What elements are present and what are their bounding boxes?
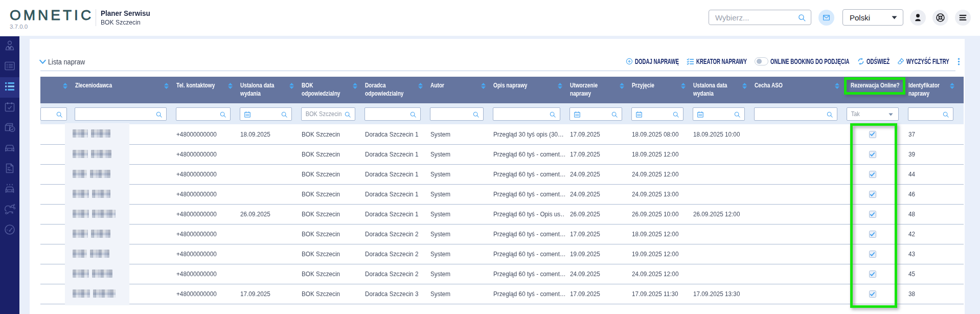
table-row[interactable]: +4800000000017.09.2025BOK SzczecinDoradc… bbox=[40, 284, 964, 304]
column-header-doradca[interactable]: Doradca odpowiedzialny bbox=[360, 77, 425, 103]
toolbar-button-label: DODAJ NAPRAWĘ bbox=[635, 57, 679, 65]
sidebar-item-customers[interactable] bbox=[0, 36, 19, 57]
sidebar-item-repairs-list[interactable] bbox=[0, 77, 19, 98]
table-row[interactable]: +48000000000BOK SzczecinDoradca Szczecin… bbox=[40, 144, 964, 164]
list-title[interactable]: Lista napraw bbox=[39, 57, 92, 66]
filter-input-ident[interactable] bbox=[908, 107, 953, 121]
filter-input-expand[interactable] bbox=[40, 107, 67, 121]
cell-ident: 38 bbox=[903, 284, 964, 304]
mail-button[interactable] bbox=[818, 10, 834, 26]
sidebar-item-calendar[interactable] bbox=[0, 98, 19, 118]
sidebar-item-pickup[interactable] bbox=[0, 118, 19, 139]
sort-icon[interactable] bbox=[228, 83, 233, 89]
filter-input-doradca[interactable] bbox=[364, 107, 421, 121]
table-row[interactable]: +4800000000026.09.2025BOK SzczecinDoradc… bbox=[40, 204, 964, 224]
filter-input-utworzenie[interactable] bbox=[569, 107, 622, 121]
checkbox-checked[interactable] bbox=[869, 211, 876, 218]
sidebar-item-hand-wash[interactable] bbox=[0, 200, 19, 220]
column-header-rezerwacja[interactable]: Rezerwacja Online? bbox=[842, 77, 903, 103]
global-search-input[interactable] bbox=[715, 10, 792, 25]
main-menu-button[interactable] bbox=[955, 10, 971, 26]
column-header-cecha[interactable]: Cecha ASO bbox=[749, 77, 842, 103]
filter-input-opis[interactable] bbox=[493, 107, 560, 121]
column-header-przyjecie[interactable]: Przyjęcie bbox=[627, 77, 688, 103]
cell-ustalona1 bbox=[235, 264, 297, 284]
cell-przyjecie: 24.09.2025 13:00 bbox=[627, 184, 688, 204]
filter-input-autor[interactable] bbox=[430, 107, 484, 121]
table-row[interactable]: +48000000000BOK SzczecinDoradca Szczecin… bbox=[40, 184, 964, 204]
filter-input-tel[interactable] bbox=[176, 107, 231, 121]
calendar-icon[interactable] bbox=[244, 111, 251, 118]
sort-icon[interactable] bbox=[353, 83, 357, 89]
checkbox-checked[interactable] bbox=[869, 231, 876, 238]
filter-input-cecha[interactable] bbox=[754, 107, 837, 121]
search-icon bbox=[409, 111, 417, 118]
user-button[interactable] bbox=[910, 10, 926, 26]
checkbox-checked[interactable] bbox=[869, 251, 876, 258]
column-header-name[interactable]: Zleceniodawca bbox=[70, 77, 171, 103]
sidebar-item-dashboard[interactable] bbox=[0, 220, 19, 241]
filter-input-bok[interactable]: BOK Szczecin bbox=[301, 107, 355, 121]
checkbox-checked[interactable] bbox=[869, 271, 876, 278]
search-icon[interactable] bbox=[797, 13, 806, 22]
clear-filters-button[interactable]: WYCZYŚĆ FILTRY bbox=[897, 57, 949, 65]
sort-icon[interactable] bbox=[742, 83, 747, 89]
sort-icon[interactable] bbox=[558, 83, 562, 89]
filter-select-rezerwacja[interactable]: Tak bbox=[847, 107, 899, 121]
column-header-opis[interactable]: Opis naprawy bbox=[488, 77, 565, 103]
calendar-icon[interactable] bbox=[635, 111, 643, 118]
checkbox-checked[interactable] bbox=[869, 171, 876, 178]
language-select[interactable]: Polski bbox=[842, 9, 903, 26]
cell-ident: 39 bbox=[903, 144, 964, 164]
sort-icon[interactable] bbox=[620, 83, 624, 89]
column-header-bok[interactable]: BOK odpowiedzialny bbox=[297, 77, 360, 103]
add-repair-button[interactable]: DODAJ NAPRAWĘ bbox=[626, 57, 679, 65]
toolbar-button-label: WYCZYŚĆ FILTRY bbox=[906, 57, 949, 65]
table-row[interactable]: +48000000000BOK SzczecinDoradca Szczecin… bbox=[40, 264, 964, 284]
filter-input-name[interactable] bbox=[75, 107, 167, 121]
column-header-tel[interactable]: Tel. kontaktowy bbox=[171, 77, 235, 103]
filter-input-ustalona2[interactable] bbox=[693, 107, 745, 121]
help-button[interactable] bbox=[932, 10, 948, 26]
sort-icon[interactable] bbox=[418, 83, 423, 89]
column-header-autor[interactable]: Autor bbox=[425, 77, 488, 103]
column-header-utworzenie[interactable]: Utworzenie naprawy bbox=[565, 77, 627, 103]
checkbox-checked[interactable] bbox=[869, 151, 876, 158]
cell-ustalona1: 18.09.2025 bbox=[235, 124, 297, 144]
filter-input-przyjecie[interactable] bbox=[631, 107, 683, 121]
sort-icon[interactable] bbox=[950, 83, 954, 89]
checkbox-checked[interactable] bbox=[869, 191, 876, 198]
search-icon bbox=[472, 111, 480, 118]
calendar-icon[interactable] bbox=[697, 111, 704, 118]
repair-wizard-button[interactable]: KREATOR NAPRAWY bbox=[687, 57, 747, 65]
table-row[interactable]: +48000000000BOK SzczecinDoradca Szczecin… bbox=[40, 164, 964, 184]
table-row[interactable]: +48000000000BOK SzczecinDoradca Szczecin… bbox=[40, 224, 964, 244]
sort-icon[interactable] bbox=[164, 83, 169, 89]
checkbox-checked[interactable] bbox=[869, 131, 876, 138]
sort-icon[interactable] bbox=[63, 83, 67, 89]
sort-icon[interactable] bbox=[481, 83, 486, 89]
column-header-ustalona2[interactable]: Ustalona data wydania bbox=[688, 77, 749, 103]
column-header-ustalona1[interactable]: Ustalona data wydania bbox=[235, 77, 297, 103]
sidebar-item-car-wash[interactable] bbox=[0, 180, 19, 200]
calendar-icon[interactable] bbox=[574, 111, 581, 118]
sort-icon[interactable] bbox=[681, 83, 686, 89]
filter-input-ustalona1[interactable] bbox=[240, 107, 292, 121]
more-options-button[interactable] bbox=[957, 58, 961, 65]
sort-icon[interactable] bbox=[835, 83, 839, 89]
column-label-cecha: Cecha ASO bbox=[755, 81, 783, 89]
sidebar-item-reports[interactable] bbox=[0, 159, 19, 180]
sidebar-item-orders-form[interactable] bbox=[0, 57, 19, 77]
checkbox-checked[interactable] bbox=[869, 290, 876, 298]
sidebar-item-vehicles[interactable] bbox=[0, 139, 19, 159]
cell-doradca: Doradca Szczecin 3 bbox=[360, 284, 425, 304]
sort-icon[interactable] bbox=[289, 83, 294, 89]
column-header-expand[interactable] bbox=[40, 77, 70, 103]
online-booking-toggle-button[interactable]: ONLINE BOOKING DO PODJĘCIA bbox=[755, 57, 850, 65]
table-row[interactable]: +4800000000018.09.2025BOK SzczecinDoradc… bbox=[40, 124, 964, 144]
refresh-button[interactable]: ODŚWIEŻ bbox=[857, 57, 890, 65]
table-row[interactable]: +48000000000BOK SzczecinDoradca Szczecin… bbox=[40, 244, 964, 264]
column-header-ident[interactable]: Identyfikator naprawy bbox=[903, 77, 964, 103]
toggle-switch[interactable] bbox=[755, 57, 768, 65]
cell-tel: +48000000000 bbox=[171, 204, 235, 224]
